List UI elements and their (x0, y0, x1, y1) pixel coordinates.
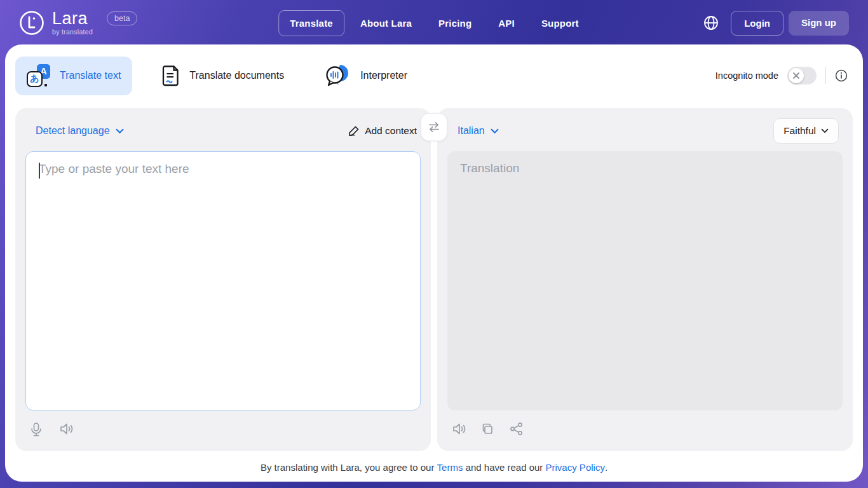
tab-translate-documents-label: Translate documents (189, 70, 284, 81)
main-card: A あ Translate text Translate documents (5, 44, 863, 482)
speaker-button-target[interactable] (451, 422, 466, 437)
swap-languages-button[interactable] (421, 113, 447, 141)
privacy-policy-link[interactable]: Privacy Policy (546, 462, 605, 473)
chevron-down-icon (116, 128, 124, 134)
incognito-toggle[interactable] (787, 67, 817, 85)
mode-tabs: A あ Translate text Translate documents (15, 56, 853, 95)
beta-badge: beta (107, 11, 137, 25)
main-nav: Translate About Lara Pricing API Support (278, 0, 590, 46)
chevron-down-icon (821, 128, 829, 133)
add-context-button[interactable]: Add context (348, 125, 417, 137)
footer-text: and have read our (463, 462, 545, 473)
copy-button[interactable] (480, 422, 496, 437)
lara-logo-icon (19, 10, 44, 36)
translation-style-selector[interactable]: Faithful (773, 118, 839, 144)
translate-panels: Detect language Add context (15, 108, 853, 451)
translation-output-box: Translation (447, 151, 843, 410)
interpreter-icon (325, 64, 351, 88)
consent-footer: By translating with Lara, you agree to o… (15, 451, 853, 482)
language-globe-icon[interactable] (703, 15, 719, 31)
nav-item-translate[interactable]: Translate (278, 10, 344, 36)
source-language-label: Detect language (36, 125, 110, 137)
divider (825, 67, 826, 84)
tab-interpreter-label: Interpreter (360, 70, 407, 81)
nav-item-pricing[interactable]: Pricing (428, 11, 482, 36)
tab-interpreter[interactable]: Interpreter (313, 56, 419, 95)
target-language-label: Italian (458, 125, 485, 137)
nav-item-api[interactable]: API (487, 11, 526, 36)
lara-logo[interactable]: Lara by translated beta (19, 10, 137, 36)
logo-tagline: by translated (52, 29, 93, 36)
source-language-selector[interactable]: Detect language (36, 125, 124, 137)
text-caret (39, 163, 40, 179)
document-icon (161, 64, 180, 88)
nav-item-support[interactable]: Support (531, 11, 590, 36)
tab-translate-text[interactable]: A あ Translate text (15, 57, 132, 95)
translate-text-icon: A あ (27, 64, 51, 88)
add-context-label: Add context (365, 125, 417, 137)
terms-link[interactable]: Terms (437, 462, 463, 473)
chevron-down-icon (491, 128, 499, 134)
tab-translate-documents[interactable]: Translate documents (150, 56, 295, 95)
nav-item-about-lara[interactable]: About Lara (349, 11, 423, 36)
speaker-button-source[interactable] (58, 422, 74, 437)
microphone-button[interactable] (29, 422, 44, 437)
logo-name: Lara (52, 10, 93, 27)
target-panel: Italian Faithful Translation (437, 108, 853, 451)
incognito-mode-label: Incognito mode (715, 71, 778, 81)
footer-text: . (605, 462, 607, 473)
top-navbar: Lara by translated beta Translate About … (0, 0, 868, 46)
target-language-selector[interactable]: Italian (458, 125, 499, 137)
info-icon[interactable] (835, 69, 848, 82)
source-input-box (25, 151, 421, 410)
translation-style-label: Faithful (783, 125, 816, 137)
toggle-knob-x-icon (789, 68, 804, 83)
footer-text: By translating with Lara, you agree to o… (261, 462, 437, 473)
pencil-icon (348, 125, 360, 137)
source-text-input[interactable] (39, 162, 407, 400)
login-button[interactable]: Login (731, 11, 783, 36)
signup-button[interactable]: Sign up (789, 11, 849, 36)
share-button[interactable] (510, 422, 525, 437)
source-panel: Detect language Add context (15, 108, 431, 451)
tab-translate-text-label: Translate text (60, 70, 121, 81)
